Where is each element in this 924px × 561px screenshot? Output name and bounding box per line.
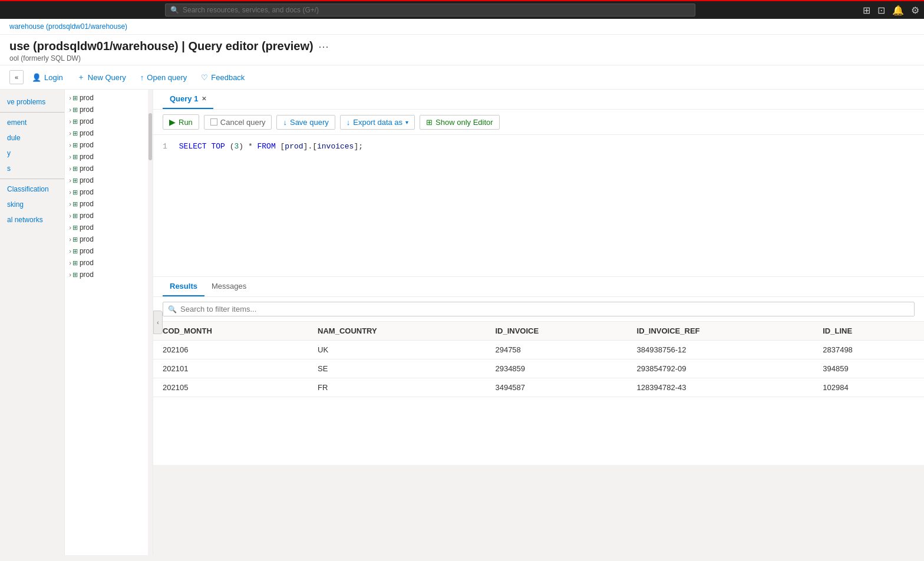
sidebar-divider (0, 112, 64, 113)
cancel-button[interactable]: Cancel query (204, 115, 272, 130)
page-header: use (prodsqldw01/warehouse) | Query edit… (0, 35, 924, 65)
left-nav-item[interactable]: ve problems (0, 94, 64, 110)
list-item[interactable]: ›⊞prod (65, 174, 153, 186)
more-options-icon[interactable]: ⋯ (318, 40, 329, 53)
item-label: prod (80, 176, 94, 184)
search-icon: 🔍 (170, 6, 179, 14)
run-button[interactable]: ▶ Run (163, 114, 199, 130)
open-query-button[interactable]: ↑ Open query (134, 70, 193, 85)
main-toolbar: « 👤 Login ＋ New Query ↑ Open query ♡ Fee… (0, 65, 924, 90)
list-item[interactable]: ›⊞prod (65, 151, 153, 163)
topbar-icons: ⊞ ⊡ 🔔 ⚙ (863, 5, 919, 16)
item-label: prod (80, 235, 94, 243)
item-label: prod (80, 94, 94, 102)
left-nav-item[interactable]: ement (0, 115, 64, 130)
list-item[interactable]: ›⊞prod (65, 233, 153, 245)
left-nav-item[interactable]: al networks (0, 212, 64, 227)
tab-close-icon[interactable]: ✕ (202, 95, 206, 102)
chevron-right-icon: › (70, 118, 71, 125)
feedback-icon: ♡ (201, 73, 208, 82)
left-nav-item[interactable]: y (0, 146, 64, 161)
filter-bar: 🔍 (153, 297, 924, 322)
save-icon: ↓ (283, 118, 287, 127)
list-item[interactable]: ›⊞prod (65, 222, 153, 233)
feedback-button[interactable]: ♡ Feedback (195, 70, 250, 85)
left-nav-item[interactable]: s (0, 161, 64, 176)
results-panel: Results Messages 🔍 COD_MONTHNAM_COUNTRYI… (153, 276, 924, 465)
filter-search-icon: 🔍 (168, 305, 177, 314)
line-number: 1 (163, 142, 167, 151)
query-tab-1[interactable]: Query 1 ✕ (163, 90, 213, 109)
table-cell: 2934859 (486, 359, 627, 378)
scrollbar-track (148, 90, 153, 555)
chevron-right-icon: › (70, 130, 71, 137)
list-item[interactable]: ›⊞prod (65, 245, 153, 257)
list-item[interactable]: ›⊞prod (65, 269, 153, 280)
table-icon: ⊞ (72, 271, 78, 279)
object-browser: ›⊞prod›⊞prod›⊞prod›⊞prod›⊞prod›⊞prod›⊞pr… (65, 90, 153, 555)
login-icon: 👤 (32, 73, 41, 82)
messages-tab[interactable]: Messages (204, 277, 253, 296)
code-line: SELECT TOP (3) * FROM [prod].[invoices]; (179, 142, 363, 151)
list-item[interactable]: ›⊞prod (65, 104, 153, 116)
export-button[interactable]: ↓ Export data as ▾ (340, 115, 415, 130)
filter-input-wrap: 🔍 (163, 302, 915, 316)
list-item[interactable]: ›⊞prod (65, 186, 153, 198)
table-cell: 2837498 (813, 341, 924, 359)
item-label: prod (80, 141, 94, 149)
search-bar[interactable]: 🔍 (165, 4, 695, 16)
table-row: 202105FR3494587128394782-43102984 (153, 378, 924, 397)
new-query-button[interactable]: ＋ New Query (71, 69, 132, 85)
table-icon: ⊞ (72, 224, 78, 232)
table-cell: 293854792-09 (628, 359, 814, 378)
save-button[interactable]: ↓ Save query (276, 115, 335, 130)
settings-icon[interactable]: ⚙ (911, 5, 919, 16)
open-query-label: Open query (147, 73, 187, 82)
table-icon: ⊞ (72, 165, 78, 173)
new-query-icon: ＋ (77, 72, 85, 82)
notification-icon[interactable]: 🔔 (892, 5, 904, 16)
code-editor[interactable]: 1 SELECT TOP (3) * FROM [prod].[invoices… (153, 135, 924, 276)
list-item[interactable]: ›⊞prod (65, 139, 153, 151)
breadcrumb: warehouse (prodsqldw01/warehouse) (0, 19, 924, 35)
collapse-button[interactable]: « (9, 70, 24, 84)
list-item[interactable]: ›⊞prod (65, 210, 153, 222)
list-item[interactable]: ›⊞prod (65, 257, 153, 269)
table-column-header: ID_LINE (813, 322, 924, 341)
layout-icon[interactable]: ⊡ (877, 5, 885, 16)
table-icon: ⊞ (72, 248, 78, 255)
filter-input[interactable] (180, 305, 909, 314)
list-item[interactable]: ›⊞prod (65, 116, 153, 127)
scrollbar-thumb[interactable] (148, 113, 152, 160)
table-cell: 3494587 (486, 378, 627, 397)
left-nav-item[interactable]: Classification (0, 182, 64, 197)
list-item[interactable]: ›⊞prod (65, 92, 153, 104)
table-cell: 102984 (813, 378, 924, 397)
show-only-editor-button[interactable]: ⊞ Show only Editor (420, 115, 500, 130)
collapse-handle[interactable]: ‹ (153, 311, 163, 334)
left-nav-item[interactable]: sking (0, 197, 64, 212)
login-button[interactable]: 👤 Login (26, 70, 69, 85)
list-item[interactable]: ›⊞prod (65, 198, 153, 210)
feedback-label: Feedback (211, 73, 245, 82)
results-table-wrap[interactable]: COD_MONTHNAM_COUNTRYID_INVOICEID_INVOICE… (153, 322, 924, 465)
terminal-icon[interactable]: ⊞ (863, 5, 870, 16)
list-item[interactable]: ›⊞prod (65, 127, 153, 139)
table-icon: ⊞ (72, 177, 78, 184)
list-item[interactable]: ›⊞prod (65, 163, 153, 174)
table-icon: ⊞ (72, 200, 78, 208)
chevron-right-icon: › (70, 213, 71, 219)
export-dropdown-icon[interactable]: ▾ (405, 119, 408, 126)
topbar: 🔍 ⊞ ⊡ 🔔 ⚙ (0, 0, 924, 19)
login-label: Login (44, 73, 63, 82)
table-cell: 202101 (153, 359, 308, 378)
breadcrumb-link[interactable]: warehouse (prodsqldw01/warehouse) (9, 22, 127, 31)
results-tab[interactable]: Results (163, 277, 204, 296)
table-cell: UK (308, 341, 486, 359)
search-input[interactable] (183, 6, 690, 14)
editor-results-container: ‹ Query 1 ✕ ▶ Run Cancel query ↓ Save qu… (153, 90, 924, 555)
item-label: prod (80, 188, 94, 196)
left-nav-item[interactable]: dule (0, 130, 64, 146)
item-label: prod (80, 117, 94, 126)
item-label: prod (80, 223, 94, 232)
